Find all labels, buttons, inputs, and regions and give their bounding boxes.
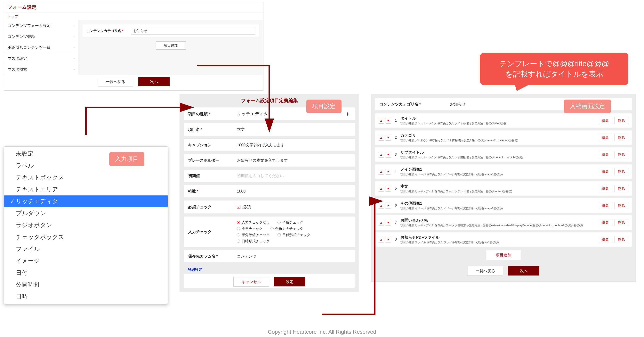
column-name-row: 保存先カラム名* コンテンツ — [184, 250, 355, 263]
item-title: メイン画像1 — [400, 167, 595, 172]
next-button[interactable]: 次へ — [138, 77, 170, 86]
back-to-list-button[interactable]: 一覧へ戻る — [98, 77, 133, 87]
dropdown-option[interactable]: ✓プルダウン — [4, 207, 168, 219]
sidebar-item[interactable]: 承認待ちコンテンツ一覧› — [4, 42, 78, 53]
edit-button[interactable]: 編集 — [598, 185, 612, 192]
move-up-button[interactable]: ▲ — [378, 118, 384, 124]
digits-input[interactable]: 1000 — [237, 189, 350, 193]
radio-label: 日時形式チェック — [242, 239, 270, 243]
item-desc: 項目の種類:リッチエディタ 保存先カラム:コンテンツ(表示設定方法：@@@con… — [400, 190, 595, 193]
dropdown-option[interactable]: ✓日時 — [4, 291, 168, 303]
category-value: お知らせ — [450, 102, 466, 107]
move-down-button[interactable]: ▼ — [385, 203, 391, 208]
move-down-button[interactable]: ▼ — [385, 186, 391, 192]
back-to-list-button[interactable]: 一覧へ戻る — [468, 266, 503, 276]
move-up-button[interactable]: ▲ — [378, 186, 384, 192]
column-name-input[interactable]: コンテンツ — [237, 254, 350, 259]
move-down-button[interactable]: ▼ — [385, 220, 391, 225]
edit-button[interactable]: 編集 — [598, 219, 612, 226]
edit-button[interactable]: 編集 — [598, 151, 612, 158]
option-label: 日時 — [16, 293, 28, 300]
validation-radio[interactable]: 日付形式チェック — [278, 232, 310, 237]
category-name-input[interactable]: お知らせ — [131, 27, 255, 35]
move-down-button[interactable]: ▼ — [385, 135, 391, 141]
move-up-button[interactable]: ▲ — [378, 169, 384, 175]
option-label: プルダウン — [16, 210, 46, 216]
item-name-input[interactable]: 本文 — [237, 127, 350, 132]
validation-radio[interactable]: 半角数値チェック — [237, 232, 270, 237]
item-title: サブタイトル — [400, 150, 595, 155]
delete-button[interactable]: 削除 — [614, 117, 629, 124]
add-item-button[interactable]: 項目追加 — [486, 250, 521, 260]
item-title: その他画像1 — [400, 201, 595, 206]
delete-button[interactable]: 削除 — [614, 202, 629, 209]
caption-input[interactable]: 1000文字以内で入力します — [237, 142, 350, 148]
submit-button[interactable]: 設定 — [274, 277, 305, 286]
edit-button[interactable]: 編集 — [598, 168, 612, 175]
placeholder-input[interactable]: お知らせの本文を入力します — [237, 158, 350, 163]
move-down-button[interactable]: ▼ — [385, 237, 391, 242]
next-button[interactable]: 次へ — [508, 266, 540, 275]
dropdown-option[interactable]: ✓リッチエディタ — [4, 195, 168, 207]
move-down-button[interactable]: ▼ — [385, 152, 391, 158]
sidebar-item[interactable]: コンテンツフォーム設定› — [4, 20, 78, 31]
move-up-button[interactable]: ▲ — [378, 237, 384, 242]
edit-button[interactable]: 編集 — [598, 117, 612, 124]
move-up-button[interactable]: ▲ — [378, 152, 384, 158]
delete-button[interactable]: 削除 — [614, 151, 629, 158]
edit-button[interactable]: 編集 — [598, 202, 612, 209]
delete-button[interactable]: 削除 — [614, 168, 629, 175]
validation-radio[interactable]: 全角カナチェック — [270, 226, 303, 231]
item-type-dropdown[interactable]: ✓未設定✓ラベル✓テキストボックス✓テキストエリア✓リッチエディタ✓プルダウン✓… — [4, 146, 168, 304]
field-list-item: ▲ ▼ 6 その他画像1 項目の種類:イメージ 保存先カラム:イメージ2(表示設… — [375, 198, 632, 213]
field-list-item: ▲ ▼ 4 メイン画像1 項目の種類:イメージ 保存先カラム:イメージ1(表示設… — [375, 164, 632, 179]
move-up-button[interactable]: ▲ — [378, 220, 384, 225]
chevron-right-icon: › — [74, 68, 75, 71]
radio-icon — [278, 233, 281, 236]
radio-icon — [237, 233, 240, 236]
flow-arrow-2 — [84, 105, 193, 139]
delete-button[interactable]: 削除 — [614, 134, 629, 141]
edit-button[interactable]: 編集 — [598, 236, 612, 243]
option-label: テキストボックス — [16, 174, 64, 181]
sidebar-item[interactable]: マスタ設定› — [4, 53, 78, 64]
dropdown-option[interactable]: ✓イメージ — [4, 255, 168, 267]
field-list-item: ▲ ▼ 7 お問い合わせ先 項目の種類:リッチエディタ 保存先カラム:メタ情報(… — [375, 215, 632, 230]
validation-radio[interactable]: 日時形式チェック — [237, 239, 270, 243]
checkbox-icon — [237, 205, 240, 209]
sidebar-item[interactable]: マスタ検索› — [4, 64, 78, 75]
dropdown-option[interactable]: ✓チェックボックス — [4, 231, 168, 243]
dropdown-option[interactable]: ✓ラジオボタン — [4, 219, 168, 231]
checkbox-label: 必須 — [242, 204, 251, 210]
add-item-button[interactable]: 項目追加 — [156, 41, 186, 50]
detail-settings-link[interactable]: 詳細設定 — [184, 265, 206, 274]
item-title: お問い合わせ先 — [400, 218, 595, 223]
form-settings-panel: フォーム設定 トップ コンテンツフォーム設定› コンテンツ登録› 承認待ちコンテ… — [4, 2, 264, 91]
delete-button[interactable]: 削除 — [614, 219, 629, 226]
required-checkbox[interactable]: 必須 — [237, 204, 251, 210]
sidebar-item[interactable]: コンテンツ登録› — [4, 31, 78, 42]
breadcrumb[interactable]: トップ — [4, 13, 263, 20]
move-down-button[interactable]: ▼ — [385, 118, 391, 124]
move-up-button[interactable]: ▲ — [378, 135, 384, 141]
edit-button[interactable]: 編集 — [598, 134, 612, 141]
hint-speech-bubble: テンプレートで@@@title@@@ を記載すればタイトルを表示 — [480, 53, 628, 85]
dropdown-option[interactable]: ✓ファイル — [4, 243, 168, 255]
dropdown-option[interactable]: ✓公開時間 — [4, 279, 168, 291]
validation-radio[interactable]: 半角チェック — [278, 220, 303, 225]
item-desc: 項目の種類:リッチエディタ 保存先カラム:メタ情報(表示設定方法：@@@exte… — [400, 224, 595, 227]
sidebar-item-label: マスタ設定 — [8, 56, 27, 61]
delete-button[interactable]: 削除 — [614, 185, 629, 192]
validation-radio[interactable]: 全角チェック — [237, 226, 263, 231]
item-index: 1 — [394, 119, 398, 123]
field-list-item: ▲ ▼ 5 本文 項目の種類:リッチエディタ 保存先カラム:コンテンツ(表示設定… — [375, 181, 632, 196]
default-value-input[interactable]: 初期値を入力してください — [237, 173, 350, 178]
move-down-button[interactable]: ▼ — [385, 169, 391, 175]
dropdown-option[interactable]: ✓日付 — [4, 267, 168, 279]
cancel-button[interactable]: キャンセル — [234, 277, 269, 287]
validation-radio[interactable]: 入力チェックなし — [237, 220, 270, 225]
delete-button[interactable]: 削除 — [614, 236, 629, 243]
move-up-button[interactable]: ▲ — [378, 203, 384, 208]
dropdown-option[interactable]: ✓テキストエリア — [4, 184, 168, 195]
dropdown-option[interactable]: ✓テキストボックス — [4, 172, 168, 184]
